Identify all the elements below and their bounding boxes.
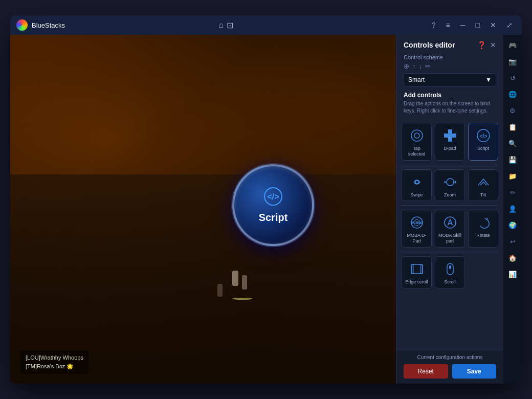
svg-rect-5 <box>448 138 452 142</box>
control-scheme-section: Control scheme ⊕ ↑ ↓ ✏ Smart ▼ <box>396 54 503 92</box>
add-controls-desc: Drag the actions on the screen to bind k… <box>404 100 496 115</box>
scheme-rename-icon[interactable]: ✏ <box>425 62 431 70</box>
sidebar-icon-camera[interactable]: 📷 <box>505 54 520 69</box>
control-item-rotate[interactable]: Rotate <box>468 210 498 248</box>
scroll-label: Scroll <box>444 279 456 285</box>
scheme-export-icon[interactable]: ↑ <box>412 62 416 70</box>
sidebar-icon-refresh[interactable]: ↺ <box>505 71 520 85</box>
control-item-dpad[interactable]: D-pad <box>435 123 465 161</box>
controls-grid: Tap selected D-pad <box>396 120 503 349</box>
sidebar-icon-folder[interactable]: 📁 <box>505 169 520 183</box>
menu-button[interactable]: ≡ <box>442 20 453 30</box>
script-icon: </> <box>475 127 492 144</box>
panel-help-icon[interactable]: ❓ <box>477 41 486 49</box>
sidebar-icon-world[interactable]: 🌍 <box>505 218 520 232</box>
control-item-moba-dpad[interactable]: MOBA MOBA D-Pad <box>402 210 432 248</box>
sidebar-icon-save[interactable]: 💾 <box>505 152 520 167</box>
bluestacks-logo <box>16 19 28 31</box>
svg-point-2 <box>411 130 423 141</box>
grid-divider-2 <box>402 205 498 206</box>
control-item-tap-selected[interactable]: Tap selected <box>402 123 432 161</box>
game-character <box>232 271 238 286</box>
svg-point-3 <box>414 133 419 138</box>
zoom-icon <box>442 174 458 190</box>
control-item-scroll[interactable]: Scroll <box>435 256 465 289</box>
panel-close-icon[interactable]: ✕ <box>490 41 496 49</box>
dpad-icon <box>442 127 458 144</box>
control-item-edge-scroll[interactable]: Edge scroll <box>402 256 432 289</box>
maximize-button[interactable]: □ <box>473 20 483 30</box>
svg-point-11 <box>415 181 418 184</box>
scheme-import-icon[interactable]: ↓ <box>419 62 423 70</box>
svg-rect-23 <box>449 265 451 269</box>
control-item-swipe[interactable]: Swipe <box>402 169 432 202</box>
sidebar-icon-gamepad[interactable]: 🎮 <box>505 38 520 52</box>
svg-rect-4 <box>448 129 452 134</box>
moba-skill-icon <box>442 214 458 231</box>
right-sidebar: 🎮 📷 ↺ 🌐 ⚙ 📋 🔍 💾 📁 ✏ 👤 🌍 ↩ 🏠 📊 <box>503 35 522 384</box>
zoom-label: Zoom <box>444 192 456 198</box>
grid-divider-1 <box>402 165 498 165</box>
expand-button[interactable]: ⤢ <box>503 20 516 30</box>
scheme-copy-icon[interactable]: ⊕ <box>404 62 409 70</box>
close-button[interactable]: ✕ <box>487 20 499 30</box>
save-button[interactable]: Save <box>452 364 497 379</box>
sidebar-icon-clipboard[interactable]: 📋 <box>505 120 520 134</box>
scheme-select[interactable]: Smart ▼ <box>404 73 496 86</box>
moba-skill-label: MOBA Skill pad <box>437 233 462 244</box>
rotate-icon <box>475 214 492 231</box>
grid-divider-3 <box>402 252 498 252</box>
title-bar: BlueStacks ⌂ ⊡ ? ≡ ─ □ ✕ ⤢ <box>10 15 522 35</box>
svg-rect-20 <box>411 264 413 274</box>
tilt-icon <box>475 174 492 190</box>
moba-dpad-label: MOBA D-Pad <box>404 233 429 244</box>
help-button[interactable]: ? <box>429 20 439 30</box>
sidebar-icon-search[interactable]: 🔍 <box>505 136 520 150</box>
dpad-label: D-pad <box>444 146 456 151</box>
game-chat: [LOU]Wrathhy Whoops [TM]Rosa's Boz 🌟 <box>20 350 88 373</box>
bookmark-icon[interactable]: ⊡ <box>227 20 233 30</box>
sidebar-icon-settings[interactable]: ⚙ <box>505 103 520 118</box>
add-controls-title: Add controls <box>404 92 496 99</box>
chat-line-1: [LOU]Wrathhy Whoops <box>26 353 83 362</box>
panel-title: Controls editor <box>404 41 455 49</box>
reset-button[interactable]: Reset <box>404 364 448 379</box>
chat-line-2: [TM]Rosa's Boz 🌟 <box>26 362 83 371</box>
swipe-label: Swipe <box>410 192 423 198</box>
minimize-button[interactable]: ─ <box>457 20 469 30</box>
svg-rect-21 <box>420 264 423 274</box>
sidebar-icon-globe[interactable]: 🌐 <box>505 87 520 101</box>
window-controls: ? ≡ ─ □ ✕ ⤢ <box>429 20 516 30</box>
moba-dpad-icon: MOBA <box>409 214 425 231</box>
panel-header-icons: ❓ ✕ <box>477 41 496 49</box>
home-icon[interactable]: ⌂ <box>218 20 224 30</box>
tilt-label: Tilt <box>480 192 486 198</box>
tap-selected-icon <box>409 127 425 144</box>
control-item-moba-skill[interactable]: MOBA Skill pad <box>435 210 465 248</box>
script-label: Script <box>477 146 489 151</box>
svg-rect-6 <box>444 134 448 138</box>
control-item-tilt[interactable]: Tilt <box>468 169 498 202</box>
svg-text:MOBA: MOBA <box>411 221 422 225</box>
sidebar-icon-edit[interactable]: ✏ <box>505 185 520 199</box>
sidebar-icon-chart[interactable]: 📊 <box>505 267 520 281</box>
control-item-zoom[interactable]: Zoom <box>435 169 465 202</box>
app-window: BlueStacks ⌂ ⊡ ? ≡ ─ □ ✕ ⤢ [LOU]W <box>10 15 522 384</box>
swipe-icon <box>409 174 425 190</box>
sidebar-icon-back[interactable]: ↩ <box>505 234 520 249</box>
control-item-script[interactable]: </> Script <box>468 123 498 161</box>
game-character <box>217 284 223 297</box>
scheme-actions: ⊕ ↑ ↓ ✏ <box>404 62 496 70</box>
sidebar-icon-user[interactable]: 👤 <box>505 202 520 216</box>
tap-selected-label: Tap selected <box>404 146 429 157</box>
scheme-label: Control scheme <box>404 54 496 60</box>
game-character <box>242 275 247 290</box>
panel-footer: Current configuration actions Reset Save <box>396 349 503 384</box>
main-content: [LOU]Wrathhy Whoops [TM]Rosa's Boz 🌟 </>… <box>10 35 522 384</box>
add-controls-section: Add controls Drag the actions on the scr… <box>396 92 503 120</box>
svg-rect-7 <box>452 134 456 138</box>
svg-text:</>: </> <box>479 134 487 139</box>
controls-panel: Controls editor ❓ ✕ Control scheme ⊕ ↑ ↓… <box>396 35 503 384</box>
edge-scroll-label: Edge scroll <box>405 279 428 285</box>
sidebar-icon-home[interactable]: 🏠 <box>505 251 520 265</box>
